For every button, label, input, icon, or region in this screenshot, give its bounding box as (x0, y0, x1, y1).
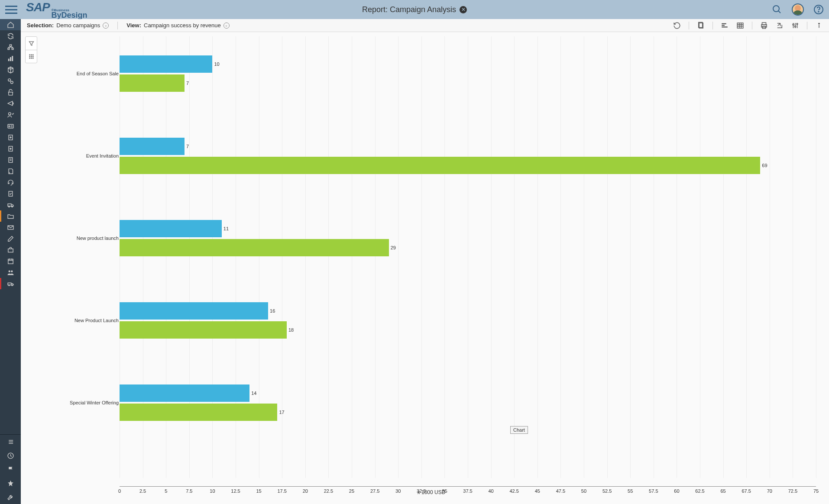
nav-user-auth[interactable] (0, 109, 21, 120)
bar-value: 10 (214, 61, 219, 67)
table-icon[interactable] (736, 22, 744, 29)
x-tick: 62.5 (695, 488, 704, 494)
refresh-icon[interactable] (673, 22, 681, 29)
svg-rect-64 (32, 55, 34, 56)
bar[interactable]: 10 (120, 55, 212, 73)
svg-point-36 (11, 284, 12, 285)
nav-flag[interactable] (0, 462, 21, 476)
x-tick: 57.5 (649, 488, 658, 494)
svg-rect-34 (8, 283, 11, 285)
bar[interactable]: 16 (120, 302, 268, 320)
svg-rect-6 (12, 48, 13, 49)
svg-point-32 (8, 270, 10, 272)
nav-clipboard-in[interactable] (0, 132, 21, 143)
x-tick: 22.5 (324, 488, 333, 494)
nav-recent[interactable] (0, 449, 21, 462)
category-label: Special Winter Offering (42, 400, 119, 405)
view-dropdown[interactable]: ⌄ (223, 23, 230, 29)
search-icon[interactable] (772, 4, 782, 15)
nav-cargo[interactable] (0, 278, 21, 289)
print-icon[interactable] (760, 22, 768, 29)
svg-point-11 (10, 81, 13, 84)
nav-cube[interactable] (0, 64, 21, 75)
svg-point-35 (8, 284, 9, 285)
info-icon[interactable] (815, 22, 823, 29)
x-tick: 75 (813, 488, 819, 494)
nav-clipboard[interactable] (0, 154, 21, 165)
x-tick: 15 (256, 488, 261, 494)
bar[interactable]: 7 (120, 74, 185, 92)
svg-rect-28 (8, 259, 13, 264)
grid-icon[interactable] (26, 50, 37, 63)
nav-tools[interactable] (0, 490, 21, 504)
bar-value: 7 (186, 81, 189, 86)
nav-script[interactable] (0, 165, 21, 177)
svg-rect-9 (12, 56, 13, 61)
top-header: SAP ®BusinessByDesign Report: Campaign A… (0, 0, 829, 19)
bar[interactable]: 11 (120, 220, 222, 237)
view-label: View: (126, 22, 141, 29)
filter-icon[interactable] (26, 37, 37, 50)
bar[interactable]: 69 (120, 157, 760, 174)
nav-support[interactable] (0, 177, 21, 188)
nav-home[interactable] (0, 19, 21, 30)
chart-side-tools (25, 36, 37, 63)
nav-approve[interactable] (0, 87, 21, 98)
help-icon[interactable] (813, 4, 824, 15)
nav-edit[interactable] (0, 233, 21, 244)
plot-area[interactable]: 107769112916181417 (120, 36, 816, 478)
nav-calendar[interactable] (0, 255, 21, 267)
svg-point-10 (8, 78, 10, 81)
bar[interactable]: 7 (120, 138, 185, 155)
selection-dropdown[interactable]: ⌄ (103, 23, 109, 29)
chart: 107769112916181417 02.557.51012.51517.52… (42, 32, 820, 500)
x-tick: 40 (488, 488, 493, 494)
svg-rect-62 (29, 55, 30, 56)
nav-check[interactable] (0, 188, 21, 199)
export-icon[interactable] (776, 22, 784, 29)
settings-sliders-icon[interactable] (791, 22, 799, 29)
nav-org[interactable] (0, 42, 21, 53)
svg-point-14 (9, 126, 10, 127)
clipboard-icon[interactable] (697, 22, 705, 29)
nav-folder[interactable] (0, 210, 21, 222)
nav-clipboard-out[interactable] (0, 143, 21, 154)
bar[interactable]: 29 (120, 239, 389, 256)
bar-value: 69 (762, 163, 767, 168)
logo: SAP ®BusinessByDesign (26, 0, 87, 19)
nav-campaign[interactable] (0, 98, 21, 109)
x-tick: 12.5 (231, 488, 240, 494)
category-label: Event Invitation (42, 153, 119, 158)
nav-briefcase[interactable] (0, 244, 21, 255)
nav-refresh[interactable] (0, 30, 21, 42)
bar-value: 16 (270, 308, 275, 313)
bar[interactable]: 14 (120, 384, 249, 402)
svg-rect-70 (32, 58, 34, 59)
sub-toolbar: Selection: Demo campaigns ⌄ View: Campai… (21, 19, 829, 32)
nav-list[interactable] (0, 435, 21, 449)
bar[interactable]: 17 (120, 404, 277, 421)
x-axis-label: x 1000 USD (418, 489, 446, 495)
bar[interactable]: 18 (120, 321, 287, 339)
x-tick: 55 (628, 488, 633, 494)
nav-favorite[interactable] (0, 476, 21, 490)
menu-button[interactable] (5, 3, 17, 16)
svg-rect-65 (29, 56, 30, 57)
nav-card[interactable] (0, 120, 21, 132)
nav-settings[interactable] (0, 75, 21, 87)
avatar[interactable] (792, 3, 804, 16)
x-tick: 20 (303, 488, 308, 494)
svg-rect-27 (8, 249, 13, 252)
svg-rect-69 (31, 58, 32, 59)
x-tick: 50 (581, 488, 586, 494)
chart-tooltip: Chart (510, 426, 528, 434)
close-report-button[interactable]: ✕ (460, 6, 467, 13)
nav-people[interactable] (0, 267, 21, 278)
nav-analytics[interactable] (0, 53, 21, 64)
nav-delivery[interactable] (0, 199, 21, 210)
bar-chart-icon[interactable] (721, 22, 729, 29)
x-axis: 02.557.51012.51517.52022.52527.53032.535… (120, 486, 816, 487)
title-prefix: Report: (362, 5, 388, 14)
svg-point-59 (797, 23, 798, 24)
nav-mail[interactable] (0, 222, 21, 233)
